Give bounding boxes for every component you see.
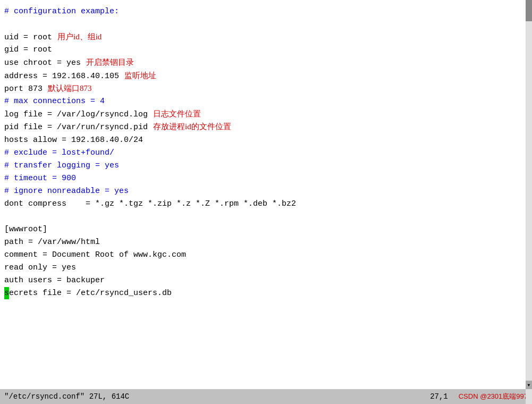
scrollbar[interactable]: ▼ — [526, 0, 532, 404]
highlighted-char: s — [4, 287, 9, 299]
code-line: secrets file = /etc/rsyncd_users.db — [4, 287, 532, 300]
scrollbar-arrow-down[interactable]: ▼ — [526, 381, 532, 389]
code-line — [4, 211, 532, 223]
code-line: uid = root用户id、组id — [4, 31, 532, 44]
code-line: gid = root — [4, 44, 532, 56]
statusbar-left: "/etc/rsyncd.conf" 27L, 614C — [4, 392, 129, 401]
code-line: address = 192.168.40.105监听地址 — [4, 70, 532, 82]
code-text: uid = root — [4, 31, 52, 44]
comment-text: # transfer logging = yes — [4, 159, 119, 172]
code-text: dont compress = *.gz *.tgz *.zip *.z *.Z… — [4, 198, 296, 210]
comment-text: # max connections = 4 — [4, 95, 105, 107]
code-line: [wwwroot] — [4, 223, 532, 236]
code-line: path = /var/www/html — [4, 236, 532, 249]
statusbar-file-info: "/etc/rsyncd.conf" 27L, 614C — [4, 392, 129, 401]
code-line: # exclude = lost+found/ — [4, 147, 532, 159]
code-line: hosts allow = 192.168.40.0/24 — [4, 134, 532, 147]
comment-text: # configuration example: — [4, 5, 119, 18]
code-text: port 873 — [4, 83, 43, 95]
code-line: use chroot = yes开启禁锢目录 — [4, 56, 532, 69]
annotation-text: 用户id、组id — [57, 31, 102, 43]
code-line: # transfer logging = yes — [4, 159, 532, 172]
code-text: [wwwroot] — [4, 223, 47, 235]
statusbar: "/etc/rsyncd.conf" 27L, 614C 27,1 CSDN @… — [0, 389, 532, 404]
code-text: ecrets file = /etc/rsyncd_users.db — [9, 287, 172, 299]
code-line: dont compress = *.gz *.tgz *.zip *.z *.Z… — [4, 198, 532, 211]
comment-text: # timeout = 900 — [4, 172, 76, 184]
code-block: # configuration example:uid = root用户id、组… — [4, 5, 532, 300]
code-text: read only = yes — [4, 262, 76, 274]
code-text: path = /var/www/html — [4, 236, 100, 248]
code-line — [4, 18, 532, 31]
code-line: # max connections = 4 — [4, 95, 532, 108]
code-text: comment = Document Root of www.kgc.com — [4, 249, 186, 261]
code-line: port 873默认端口873 — [4, 82, 532, 95]
code-text: hosts allow = 192.168.40.0/24 — [4, 134, 143, 146]
code-line: # timeout = 900 — [4, 172, 532, 185]
code-text: pid file = /var/run/rsyncd.pid — [4, 121, 148, 133]
scrollbar-thumb[interactable] — [526, 0, 532, 21]
code-line: comment = Document Root of www.kgc.com — [4, 249, 532, 262]
annotation-text: 监听地址 — [124, 70, 156, 82]
code-line: # ignore nonreadable = yes — [4, 185, 532, 198]
code-text: use chroot = yes — [4, 57, 81, 69]
code-text: gid = root — [4, 44, 52, 56]
main-content: # configuration example:uid = root用户id、组… — [0, 0, 532, 404]
code-line: log file = /var/log/rsyncd.log日志文件位置 — [4, 108, 532, 121]
code-text: auth users = backuper — [4, 274, 105, 287]
code-text: log file = /var/log/rsyncd.log — [4, 108, 148, 121]
annotation-text: 日志文件位置 — [153, 108, 201, 120]
annotation-text: 默认端口873 — [48, 82, 92, 95]
code-line: read only = yes — [4, 262, 532, 274]
annotation-text: 存放进程id的文件位置 — [153, 121, 231, 133]
annotation-text: 开启禁锢目录 — [86, 56, 134, 69]
code-line: # configuration example: — [4, 5, 532, 18]
statusbar-position: 27,1 — [430, 392, 448, 401]
csdn-badge: CSDN @2301底端997 — [459, 392, 528, 401]
comment-text: # exclude = lost+found/ — [4, 147, 114, 159]
comment-text: # ignore nonreadable = yes — [4, 185, 129, 197]
code-line: pid file = /var/run/rsyncd.pid存放进程id的文件位… — [4, 121, 532, 133]
statusbar-right: 27,1 CSDN @2301底端997 — [430, 392, 528, 401]
code-text: address = 192.168.40.105 — [4, 70, 119, 82]
code-line: auth users = backuper — [4, 274, 532, 287]
